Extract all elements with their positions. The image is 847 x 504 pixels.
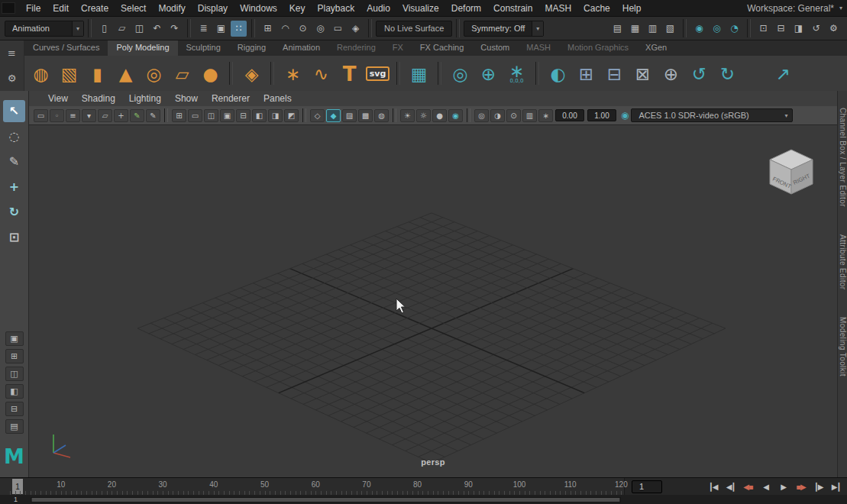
snap-to-curve-icon[interactable]: ◠	[277, 21, 293, 37]
construction-history-icon[interactable]: ↺	[808, 21, 824, 37]
platonic-solid-icon[interactable]: ◈	[238, 57, 266, 89]
grease-pencil-icon[interactable]: ✎	[130, 109, 144, 122]
menuset-dropdown[interactable]: Animation ▾	[5, 21, 84, 37]
snap-to-view-plane-icon[interactable]: ▭	[330, 21, 346, 37]
playhead[interactable]: 1	[12, 479, 23, 494]
layout-persp-outliner[interactable]: ◧	[5, 384, 24, 399]
panel-menu-item[interactable]: Shading	[75, 93, 122, 104]
menu-item[interactable]: Select	[115, 3, 152, 14]
menu-item[interactable]: File	[20, 3, 47, 14]
shelf-tab[interactable]: Motion Graphics	[559, 40, 637, 56]
menu-item[interactable]: Playback	[312, 3, 361, 14]
settings-icon[interactable]: ⚙	[826, 21, 842, 37]
menu-item[interactable]: Display	[192, 3, 234, 14]
layout-hypershade[interactable]: ▤	[5, 419, 24, 434]
poly-cone-icon[interactable]: ▲	[112, 57, 140, 89]
render-setup-icon[interactable]: ◔	[726, 21, 742, 37]
textured-mode-icon[interactable]: ▨	[342, 109, 357, 122]
center-pivot-icon[interactable]: ⊕	[474, 57, 503, 89]
light-editor-icon[interactable]: ◎	[709, 21, 725, 37]
shadows-icon[interactable]: ●	[432, 109, 447, 122]
select-object-icon[interactable]: ▣	[213, 21, 229, 37]
create-polygon-icon[interactable]: ∗	[279, 57, 307, 89]
menu-item[interactable]: Windows	[234, 3, 283, 14]
view-cube[interactable]: FRONT RIGHT	[764, 145, 819, 200]
menu-item[interactable]: Create	[75, 3, 115, 14]
step-forward-key-button[interactable]: ▪▶	[792, 480, 810, 494]
shelf-menu-icon[interactable]: ≡	[4, 45, 20, 61]
select-tool[interactable]: ↖	[3, 100, 25, 122]
shelf-tab[interactable]: MASH	[518, 40, 559, 56]
uv-editor-icon[interactable]: ▦	[405, 57, 433, 89]
open-scene-icon[interactable]: ▱	[114, 21, 130, 37]
panel-menu-item[interactable]: Renderer	[205, 93, 257, 104]
svg-tool-icon[interactable]: svg	[364, 57, 392, 89]
menu-item[interactable]: Key	[283, 3, 312, 14]
shelf-tab[interactable]: FX Caching	[412, 40, 472, 56]
material-override-icon[interactable]: ▩	[358, 109, 373, 122]
grid-toggle-icon[interactable]: ⊞	[172, 109, 186, 122]
default-lighting-icon[interactable]: ☀	[400, 109, 415, 122]
hypershade-icon[interactable]: ◉	[691, 21, 707, 37]
sidebar-tab[interactable]: Channel Box / Layer Editor	[839, 108, 847, 207]
poly-torus-icon[interactable]: ◎	[140, 57, 168, 89]
poly-cube-icon[interactable]: ▧	[55, 57, 83, 89]
merge-vertices-icon[interactable]: ⊕	[657, 57, 685, 89]
menu-item[interactable]: Visualize	[396, 3, 445, 14]
poly-plane-icon[interactable]: ▱	[168, 57, 196, 89]
all-lights-icon[interactable]: ☼	[416, 109, 431, 122]
mirror-right-icon[interactable]: ↻	[713, 57, 742, 89]
layout-four-pane[interactable]: ⊞	[5, 349, 24, 363]
view-transform-dropdown[interactable]: ACES 1.0 SDR-video (sRGB) ▾	[631, 108, 793, 122]
poly-sphere-icon[interactable]: ◍	[27, 57, 55, 89]
render-view-icon[interactable]: ▤	[609, 21, 626, 37]
shelf-tab[interactable]: Custom	[472, 40, 518, 56]
shelf-tab[interactable]: Animation	[274, 40, 328, 56]
shelf-gear-icon[interactable]: ⚙	[4, 70, 20, 86]
combine-icon[interactable]: ⊞	[572, 57, 600, 89]
snap-to-projected-center-icon[interactable]: ◎	[312, 21, 328, 37]
make-object-live-icon[interactable]: ◈	[348, 21, 364, 37]
extract-icon[interactable]: ⊠	[629, 57, 657, 89]
undo-icon[interactable]: ↶	[149, 21, 165, 37]
range-slider-bar[interactable]	[32, 498, 619, 502]
isolate-select-icon[interactable]: ◎	[474, 109, 489, 122]
curve-warp-icon[interactable]: ↗	[769, 57, 797, 89]
select-component-icon[interactable]: ∷	[231, 21, 247, 37]
shelf-tab[interactable]: XGen	[637, 40, 675, 56]
menu-item[interactable]: Modify	[152, 3, 191, 14]
sweep-mesh-icon[interactable]: ∿	[307, 57, 335, 89]
wireframe-icon[interactable]: ◇	[310, 109, 325, 122]
scale-tool[interactable]: ⊡	[3, 226, 25, 248]
go-to-end-button[interactable]: ▶┃	[827, 480, 845, 494]
panel-menu-item[interactable]: Show	[168, 93, 205, 104]
plane-slice-icon[interactable]: ▥	[522, 109, 537, 122]
gate-mask-icon[interactable]: ▣	[220, 109, 234, 122]
menu-item[interactable]: Help	[616, 3, 648, 14]
layout-split-horizontal[interactable]: ⊟	[5, 402, 24, 416]
type-tool-icon[interactable]: T	[335, 57, 364, 89]
go-to-start-button[interactable]: ┃◀	[704, 480, 722, 494]
layout-single-pane[interactable]: ▣	[5, 331, 24, 346]
new-scene-icon[interactable]: ▯	[96, 21, 112, 37]
shelf-tab[interactable]: Sculpting	[178, 40, 229, 56]
field-chart-icon[interactable]: ⊟	[236, 109, 251, 122]
panel-menu-item[interactable]: Panels	[257, 93, 299, 104]
poly-disc-icon[interactable]: ●	[196, 57, 225, 89]
play-forwards-button[interactable]: ▶	[774, 480, 792, 494]
panel-menu-item[interactable]: View	[41, 93, 75, 104]
poly-cylinder-icon[interactable]: ▮	[83, 57, 112, 89]
two-d-pan-zoom-icon[interactable]: +	[114, 109, 128, 122]
time-slider[interactable]: 1 102030405060708090100110120	[0, 478, 625, 495]
safe-action-icon[interactable]: ◧	[252, 109, 267, 122]
sidebar-tab[interactable]: Modeling Toolkit	[839, 317, 847, 376]
sidebar-tab[interactable]: Attribute Editor	[839, 234, 847, 290]
color-management-icon[interactable]: ◉	[621, 110, 629, 121]
shaded-mode-icon[interactable]: ◆	[326, 109, 341, 122]
fill-mode-icon[interactable]: ◩	[284, 109, 299, 122]
content-browser-icon[interactable]: ⊟	[773, 21, 789, 37]
menu-item[interactable]: Edit	[47, 3, 75, 14]
joints-xray-icon[interactable]: ⊙	[506, 109, 521, 122]
step-forward-frame-button[interactable]: ┃▶	[810, 480, 827, 494]
menu-item[interactable]: Audio	[360, 3, 396, 14]
